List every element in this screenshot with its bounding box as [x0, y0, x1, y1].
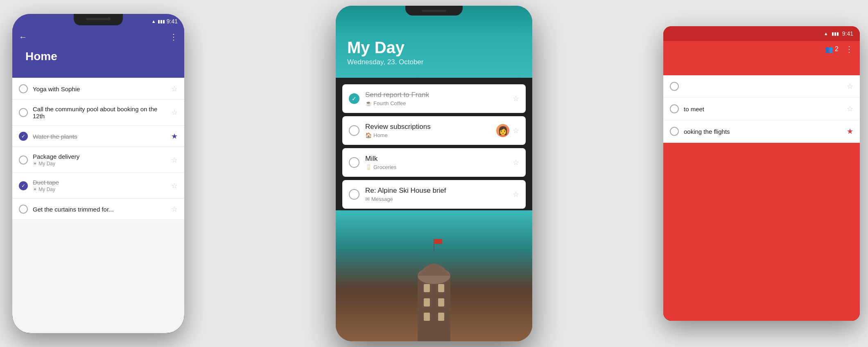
tablet-circle-empty[interactable] — [670, 82, 679, 91]
svg-rect-2 — [424, 284, 430, 292]
task-title-duct: Duct tape — [33, 179, 166, 186]
star-duct[interactable]: ☆ — [171, 181, 178, 190]
tablet-red-space — [663, 57, 860, 74]
tablet-signal-icon: ▮▮▮ — [832, 31, 839, 36]
svg-rect-9 — [434, 239, 442, 244]
task-title-package: Package delivery — [33, 153, 166, 160]
task-circle-yoga[interactable] — [19, 84, 28, 93]
center-phone: My Day Wednesday, 23. October ✓ Send rep… — [336, 6, 532, 341]
tablet-title-meet: to meet — [684, 106, 842, 113]
list-title: Home — [19, 47, 178, 70]
subtitle-icon-report: ☕ — [365, 100, 372, 106]
subtitle-icon-milk: 🥛 — [365, 164, 372, 170]
signal-icon: ▮▮▮ — [158, 19, 165, 24]
tablet-star-empty[interactable]: ☆ — [847, 82, 853, 91]
center-task-subscriptions[interactable]: Review subscriptions 🏠 Home 👩 ☆ — [342, 116, 526, 145]
center-circle-milk[interactable] — [349, 157, 359, 168]
task-subtitle-duct: ☀ My Day — [33, 187, 166, 192]
tablet-top-bar: 👥 2 ⋮ — [663, 41, 860, 57]
left-phone: ▲ ▮▮▮ 9:41 ← ⋮ Home Yoga with Sophie — [12, 14, 184, 333]
svg-rect-7 — [438, 313, 444, 321]
tablet-wifi-icon: ▲ — [824, 31, 828, 36]
wifi-icon: ▲ — [151, 19, 156, 24]
star-pool[interactable]: ☆ — [171, 108, 178, 117]
task-item-duct[interactable]: ✓ Duct tape ☀ My Day ☆ — [12, 173, 184, 198]
task-item-package[interactable]: Package delivery ☀ My Day ☆ — [12, 147, 184, 173]
subtitle-icon-subs: 🏠 — [365, 132, 372, 138]
task-circle-plants[interactable]: ✓ — [19, 132, 28, 141]
star-plants[interactable]: ★ — [171, 132, 178, 141]
task-item-plants[interactable]: ✓ Water the plants ★ — [12, 126, 184, 147]
people-count: 2 — [835, 45, 839, 53]
task-circle-package[interactable] — [19, 155, 28, 164]
my-day-title: My Day — [347, 38, 521, 56]
left-time: 9:41 — [167, 18, 178, 25]
center-circle-subscriptions[interactable] — [349, 125, 359, 136]
task-circle-pool[interactable] — [19, 108, 28, 117]
center-title-report: Send report to Frank — [365, 91, 507, 99]
more-button[interactable]: ⋮ — [170, 32, 178, 42]
svg-rect-6 — [424, 313, 430, 321]
svg-rect-3 — [438, 284, 444, 292]
center-subtitle-milk: 🥛 Groceries — [365, 164, 507, 170]
center-star-alpine[interactable]: ☆ — [513, 190, 519, 199]
center-header: My Day Wednesday, 23. October — [336, 6, 532, 78]
tablet-title-flights: ooking the flights — [684, 128, 842, 135]
center-notch — [405, 6, 463, 16]
star-yoga[interactable]: ☆ — [171, 84, 178, 93]
tablet-task-flights[interactable]: ooking the flights ★ — [663, 120, 860, 143]
svg-rect-0 — [418, 276, 450, 341]
center-star-milk[interactable]: ☆ — [513, 158, 519, 167]
tablet-time: 9:41 — [842, 30, 853, 37]
tablet-task-empty[interactable]: ☆ — [663, 75, 860, 98]
task-title-pool: Call the community pool about booking on… — [33, 106, 166, 119]
star-curtains[interactable]: ☆ — [171, 205, 178, 214]
svg-rect-5 — [438, 298, 444, 306]
svg-rect-4 — [424, 298, 430, 306]
center-subtitle-alpine: ✉ Message — [365, 196, 507, 202]
tablet-star-meet[interactable]: ☆ — [847, 104, 853, 113]
center-task-milk[interactable]: Milk 🥛 Groceries ☆ — [342, 148, 526, 177]
subtitle-icon-alpine: ✉ — [365, 196, 370, 202]
center-task-alpine[interactable]: Re: Alpine Ski House brief ✉ Message ☆ — [342, 180, 526, 209]
task-subtitle-package: ☀ My Day — [33, 161, 166, 167]
task-circle-duct[interactable]: ✓ — [19, 181, 28, 190]
task-title-plants: Water the plants — [33, 133, 166, 140]
tablet-circle-flights[interactable] — [670, 127, 679, 136]
tablet-task-meet[interactable]: to meet ☆ — [663, 98, 860, 120]
avatar-subscriptions: 👩 — [496, 124, 509, 137]
center-star-subscriptions[interactable]: ☆ — [513, 126, 519, 135]
center-subtitle-subscriptions: 🏠 Home — [365, 132, 491, 138]
tablet-task-list: ☆ to meet ☆ ooking the flights ★ — [663, 75, 860, 143]
star-package[interactable]: ☆ — [171, 155, 178, 164]
tablet-red-bottom — [663, 143, 860, 306]
tablet-status-bar: ▲ ▮▮▮ 9:41 — [663, 26, 860, 41]
left-top-bar: ← ⋮ — [12, 29, 184, 45]
center-date: Wednesday, 23. October — [347, 58, 521, 66]
left-task-list: Yoga with Sophie ☆ Call the community po… — [12, 78, 184, 333]
center-task-report[interactable]: ✓ Send report to Frank ☕ Fourth Coffee ☆ — [342, 84, 526, 113]
back-button[interactable]: ← — [19, 32, 27, 42]
center-star-report[interactable]: ☆ — [513, 94, 519, 103]
task-item-curtains[interactable]: Get the curtains trimmed for... ☆ — [12, 199, 184, 220]
tablet-star-flights[interactable]: ★ — [847, 127, 853, 136]
task-circle-curtains[interactable] — [19, 205, 28, 214]
center-circle-alpine[interactable] — [349, 189, 359, 200]
center-circle-report[interactable]: ✓ — [349, 93, 359, 104]
tablet-people-icon[interactable]: 👥 2 — [825, 45, 839, 53]
right-tablet: ▲ ▮▮▮ 9:41 👥 2 ⋮ ☆ — [663, 26, 860, 321]
center-title-milk: Milk — [365, 155, 507, 163]
center-title-subscriptions: Review subscriptions — [365, 123, 491, 131]
center-bg-image — [336, 210, 532, 341]
task-title-curtains: Get the curtains trimmed for... — [33, 206, 166, 213]
center-subtitle-report: ☕ Fourth Coffee — [365, 100, 507, 106]
task-item-yoga[interactable]: Yoga with Sophie ☆ — [12, 78, 184, 99]
task-item-pool[interactable]: Call the community pool about booking on… — [12, 100, 184, 126]
task-title-yoga: Yoga with Sophie — [33, 86, 166, 92]
tablet-title-empty — [684, 83, 842, 90]
tablet-more-button[interactable]: ⋮ — [845, 44, 853, 54]
center-title-alpine: Re: Alpine Ski House brief — [365, 187, 507, 195]
tablet-circle-meet[interactable] — [670, 104, 679, 113]
center-task-list: ✓ Send report to Frank ☕ Fourth Coffee ☆… — [336, 78, 532, 215]
